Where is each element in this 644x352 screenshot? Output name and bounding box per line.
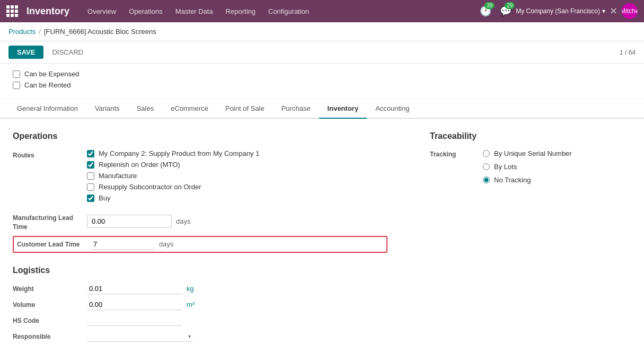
weight-unit: kg xyxy=(187,285,194,293)
tab-inventory[interactable]: Inventory xyxy=(319,99,367,119)
can-be-rented-checkbox[interactable] xyxy=(13,82,20,89)
hs-code-input-wrap xyxy=(87,315,182,326)
volume-row: Volume m³ xyxy=(13,300,387,310)
app-grid-icon[interactable] xyxy=(6,5,18,17)
nav-links: Overview Operations Master Data Reportin… xyxy=(82,5,471,17)
volume-input-wrap: m³ xyxy=(87,300,195,310)
manufacturing-lead-time-row: Manufacturing Lead Time days xyxy=(13,212,387,232)
weight-label: Weight xyxy=(13,285,87,293)
breadcrumb-parent[interactable]: Products xyxy=(8,28,36,36)
route-label-1: Replenish on Order (MTO) xyxy=(99,161,180,169)
can-be-expensed-row: Can be Expensed xyxy=(13,70,631,78)
logistics-section: Logistics Weight kg Volume m³ xyxy=(13,266,387,342)
responsible-label: Responsible xyxy=(13,333,87,340)
record-position: 1 / 64 xyxy=(620,49,636,56)
route-label-0: My Company 2: Supply Product from My Com… xyxy=(99,149,259,157)
traceability-title: Traceability xyxy=(430,131,631,141)
main-content: Can be Expensed Can be Rented General In… xyxy=(0,64,644,352)
tracking-radio-serial[interactable] xyxy=(483,150,490,157)
operations-section: Operations Routes My Company 2: Supply P… xyxy=(13,131,387,253)
responsible-row: Responsible ▾ xyxy=(13,331,387,342)
volume-unit: m³ xyxy=(187,301,195,309)
discard-button[interactable]: DISCARD xyxy=(48,46,87,59)
breadcrumb-current: [FURN_6666] Acoustic Bloc Screens xyxy=(44,28,156,36)
tab-sales[interactable]: Sales xyxy=(128,99,163,119)
tracking-none-label: No Tracking xyxy=(494,176,531,184)
routes-label: Routes xyxy=(13,149,87,159)
routes-row: Routes My Company 2: Supply Product from… xyxy=(13,149,387,205)
product-flags: Can be Expensed Can be Rented xyxy=(0,64,644,99)
breadcrumb-separator: / xyxy=(39,28,41,36)
close-button[interactable]: ✕ xyxy=(610,5,617,17)
nav-overview[interactable]: Overview xyxy=(82,5,121,17)
user-avatar[interactable]: Mitche xyxy=(622,3,638,19)
tab-purchase[interactable]: Purchase xyxy=(273,99,319,119)
tracking-lots-label: By Lots xyxy=(494,163,517,171)
tab-general-information[interactable]: General Information xyxy=(8,99,86,119)
can-be-expensed-checkbox[interactable] xyxy=(13,71,20,78)
activity-badge[interactable]: 🕐 39 xyxy=(480,5,491,17)
messages-count: 29 xyxy=(505,2,515,9)
tab-point-of-sale[interactable]: Point of Sale xyxy=(217,99,273,119)
route-label-3: Resupply Subcontractor on Order xyxy=(99,183,201,191)
hs-code-input[interactable] xyxy=(87,315,182,326)
customer-lead-time-label: Customer Lead Time xyxy=(17,241,91,248)
route-checkbox-2[interactable] xyxy=(87,172,94,180)
nav-master-data[interactable]: Master Data xyxy=(170,5,218,17)
tab-ecommerce[interactable]: eCommerce xyxy=(162,99,217,119)
tracking-serial-label: By Unique Serial Number xyxy=(494,149,572,157)
volume-input[interactable] xyxy=(87,300,182,310)
responsible-select-wrap: ▾ xyxy=(87,331,193,342)
tracking-label: Tracking xyxy=(430,149,483,158)
tracking-row: Tracking By Unique Serial Number By Lots… xyxy=(430,149,631,184)
route-item-1: Replenish on Order (MTO) xyxy=(87,161,387,169)
tracking-option-serial[interactable]: By Unique Serial Number xyxy=(483,149,572,157)
nav-reporting[interactable]: Reporting xyxy=(220,5,261,17)
manufacturing-lead-time-unit: days xyxy=(176,217,190,225)
route-checkbox-0[interactable] xyxy=(87,150,94,157)
company-name: My Company (San Francisco) xyxy=(516,7,600,15)
traceability-section: Traceability Tracking By Unique Serial N… xyxy=(430,131,631,347)
manufacturing-lead-time-label: Manufacturing Lead Time xyxy=(13,212,87,232)
activity-count: 39 xyxy=(484,2,495,9)
product-tabs: General Information Variants Sales eComm… xyxy=(0,99,644,119)
tab-accounting[interactable]: Accounting xyxy=(367,99,418,119)
nav-configuration[interactable]: Configuration xyxy=(263,5,314,17)
tracking-radio-none[interactable] xyxy=(483,177,490,183)
route-checkbox-1[interactable] xyxy=(87,161,94,169)
weight-input-wrap: kg xyxy=(87,284,194,294)
tracking-option-none[interactable]: No Tracking xyxy=(483,176,572,184)
tracking-option-lots[interactable]: By Lots xyxy=(483,163,572,171)
top-navigation: Inventory Overview Operations Master Dat… xyxy=(0,0,644,22)
tracking-options: By Unique Serial Number By Lots No Track… xyxy=(483,149,572,184)
customer-lead-time-input[interactable] xyxy=(91,239,155,250)
app-title: Inventory xyxy=(27,6,69,17)
weight-row: Weight kg xyxy=(13,284,387,294)
save-button[interactable]: SAVE xyxy=(8,46,43,59)
tracking-radio-lots[interactable] xyxy=(483,163,490,170)
messages-badge[interactable]: 💬 29 xyxy=(500,5,511,17)
routes-checkboxes: My Company 2: Supply Product from My Com… xyxy=(87,149,387,205)
can-be-rented-row: Can be Rented xyxy=(13,81,631,89)
manufacturing-lead-time-input-wrap: days xyxy=(87,215,190,228)
route-checkbox-3[interactable] xyxy=(87,183,94,191)
route-label-2: Manufacture xyxy=(99,172,137,180)
nav-operations[interactable]: Operations xyxy=(123,5,168,17)
breadcrumb: Products / [FURN_6666] Acoustic Bloc Scr… xyxy=(0,22,644,41)
company-selector[interactable]: My Company (San Francisco) ▾ xyxy=(516,7,605,15)
weight-input[interactable] xyxy=(87,284,182,294)
can-be-expensed-label: Can be Expensed xyxy=(24,70,79,78)
responsible-select[interactable] xyxy=(87,331,193,342)
responsible-select-arrow-icon: ▾ xyxy=(188,333,191,339)
customer-lead-time-unit: days xyxy=(159,240,173,248)
route-checkbox-4[interactable] xyxy=(87,195,94,202)
operations-title: Operations xyxy=(13,131,387,141)
action-bar: SAVE DISCARD 1 / 64 xyxy=(0,41,644,64)
route-item-3: Resupply Subcontractor on Order xyxy=(87,183,387,191)
route-label-4: Buy xyxy=(99,194,110,202)
manufacturing-lead-time-input[interactable] xyxy=(87,215,172,228)
volume-label: Volume xyxy=(13,301,87,309)
tab-variants[interactable]: Variants xyxy=(86,99,128,119)
route-item-4: Buy xyxy=(87,194,387,202)
can-be-rented-label: Can be Rented xyxy=(24,81,70,89)
